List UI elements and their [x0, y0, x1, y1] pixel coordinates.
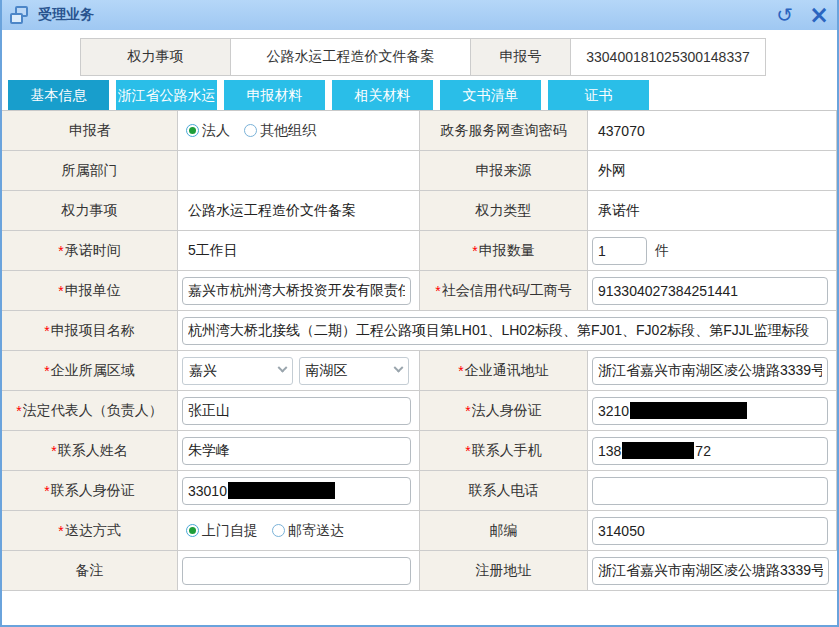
remark-input[interactable] [182, 557, 411, 585]
window-document-icon [10, 6, 30, 24]
contact-mobile-label: * 联系人手机 [420, 431, 588, 471]
declare-source-label: 申报来源 [420, 151, 588, 191]
delivery-radio-group: 上门自提 邮寄送达 [182, 522, 344, 540]
company-address-input[interactable] [592, 357, 828, 385]
declarant-radio-group: 法人 其他组织 [182, 122, 316, 140]
declare-unit-label: * 申报单位 [2, 271, 178, 311]
redaction-block [622, 442, 694, 459]
power-type-label: 权力类型 [420, 191, 588, 231]
company-address-label: * 企业通讯地址 [420, 351, 588, 391]
redaction-block [630, 402, 747, 419]
tab-related-materials[interactable]: 相关材料 [332, 80, 433, 110]
contact-id-input[interactable]: 33010 [182, 477, 411, 505]
contact-id-label: * 联系人身份证 [2, 471, 178, 511]
delivery-label: * 送达方式 [2, 511, 178, 551]
tab-declare-materials[interactable]: 申报材料 [224, 80, 325, 110]
redaction-block [228, 482, 335, 499]
department-value [178, 151, 420, 191]
title-bar: 受理业务 ↺ × [0, 0, 839, 30]
radio-unselected-icon [244, 124, 257, 137]
reg-address-label: 注册地址 [420, 551, 588, 591]
declare-source-value: 外网 [592, 162, 626, 180]
radio-selected-icon [186, 124, 199, 137]
refresh-icon[interactable]: ↺ [776, 5, 793, 25]
tab-basic-info[interactable]: 基本信息 [8, 80, 109, 110]
credit-code-input[interactable] [592, 277, 828, 305]
region-district-select[interactable]: 南湖区 [299, 357, 410, 385]
radio-selected-icon [186, 524, 199, 537]
reg-address-input[interactable] [592, 557, 829, 585]
contact-phone-label: 联系人电话 [420, 471, 588, 511]
declare-count-input[interactable] [592, 237, 647, 265]
declare-count-label: * 申报数量 [420, 231, 588, 271]
contact-phone-input[interactable] [592, 477, 828, 505]
declare-no-header-label: 申报号 [471, 39, 571, 75]
declarant-label: 申报者 [2, 111, 178, 151]
power-type-value: 承诺件 [592, 202, 640, 220]
close-icon[interactable]: × [809, 5, 829, 25]
promise-time-label: * 承诺时间 [2, 231, 178, 271]
query-password-value: 437070 [592, 123, 645, 139]
contact-name-input[interactable] [182, 437, 411, 465]
power-item-header-value: 公路水运工程造价文件备案 [231, 39, 471, 75]
postcode-input[interactable] [592, 517, 828, 545]
accept-business-window: 受理业务 ↺ × 权力事项 公路水运工程造价文件备案 申报号 330400181… [0, 0, 839, 627]
project-name-input[interactable] [182, 317, 828, 345]
radio-unselected-icon [272, 524, 285, 537]
query-password-label: 政务服务网查询密码 [420, 111, 588, 151]
legal-id-input[interactable]: 3210 [592, 397, 828, 425]
contact-name-label: * 联系人姓名 [2, 431, 178, 471]
declare-unit-input[interactable] [182, 277, 411, 305]
contact-mobile-input[interactable]: 138 72 [592, 437, 828, 465]
window-title: 受理业务 [38, 6, 94, 24]
promise-time-value: 5工作日 [182, 242, 238, 260]
declare-no-header-value: 330400181025300148337 [571, 39, 765, 75]
legal-person-label: * 法定代表人（负责人） [2, 391, 178, 431]
power-item-header-label: 权力事项 [81, 39, 231, 75]
declare-count-unit: 件 [655, 242, 669, 260]
tab-bar: 基本信息 浙江省公路水运 申报材料 相关材料 文书清单 证书 [8, 80, 837, 110]
radio-mail-delivery[interactable]: 邮寄送达 [272, 522, 344, 540]
basic-info-form: 申报者 法人 其他组织 政务服务网查询密码 437070 所属部门 [2, 110, 837, 591]
legal-id-label: * 法人身份证 [420, 391, 588, 431]
project-name-label: * 申报项目名称 [2, 311, 178, 351]
power-item-label: 权力事项 [2, 191, 178, 231]
postcode-label: 邮编 [420, 511, 588, 551]
radio-self-pickup[interactable]: 上门自提 [186, 522, 258, 540]
tab-certificate[interactable]: 证书 [548, 80, 649, 110]
radio-legal-person[interactable]: 法人 [186, 122, 230, 140]
legal-person-input[interactable] [182, 397, 411, 425]
tab-zhejiang-highway-waterway[interactable]: 浙江省公路水运 [116, 80, 217, 110]
tab-document-list[interactable]: 文书清单 [440, 80, 541, 110]
department-label: 所属部门 [2, 151, 178, 191]
power-item-value: 公路水运工程造价文件备案 [182, 202, 356, 220]
header-strip: 权力事项 公路水运工程造价文件备案 申报号 330400181025300148… [80, 38, 766, 76]
credit-code-label: * 社会信用代码/工商号 [420, 271, 588, 311]
radio-other-organization[interactable]: 其他组织 [244, 122, 316, 140]
chevron-down-icon [394, 363, 404, 373]
remark-label: 备注 [2, 551, 178, 591]
region-label: * 企业所属区域 [2, 351, 178, 391]
chevron-down-icon [277, 363, 287, 373]
region-city-select[interactable]: 嘉兴 [182, 357, 293, 385]
